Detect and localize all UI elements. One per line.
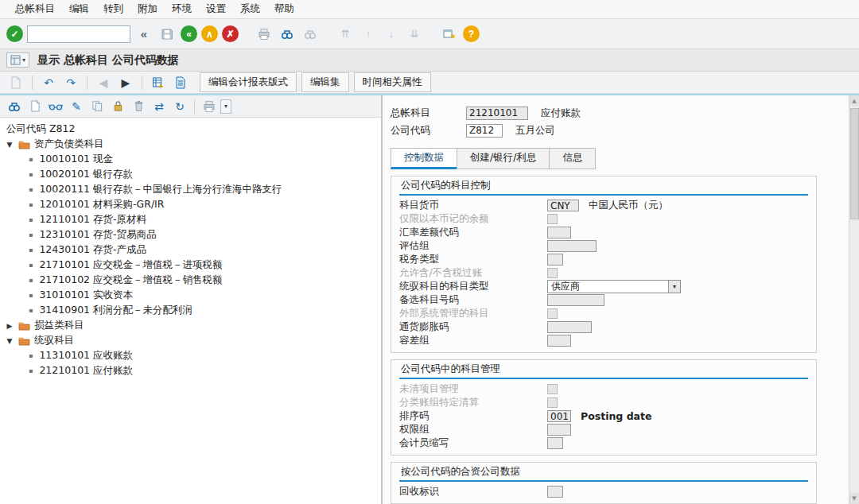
tree-item-label[interactable]: 11310101 应收账款 xyxy=(39,349,133,362)
block-button[interactable] xyxy=(108,98,127,115)
exit-button[interactable]: ∧ xyxy=(201,25,218,42)
tree-item-label[interactable]: 10020101 银行存款 xyxy=(39,168,133,181)
tree-item-label[interactable]: 10020111 银行存款－中国银行上海分行淮海中路支行 xyxy=(39,183,282,196)
menu-item[interactable]: 转到 xyxy=(96,0,130,18)
input-field[interactable] xyxy=(547,486,563,498)
command-collapse-button[interactable]: « xyxy=(134,25,154,44)
edit-set-icon-button[interactable] xyxy=(171,73,190,92)
app-button[interactable]: 时间相关属性 xyxy=(354,72,431,92)
tree-item[interactable]: ▪21710102 应交税金－增值税－销售税额 xyxy=(5,273,379,288)
tree-item-label[interactable]: 21710101 应交税金－增值税－进项税额 xyxy=(39,258,222,272)
tree-group[interactable]: ▶损益类科目 xyxy=(5,318,379,333)
input-field[interactable] xyxy=(547,335,571,347)
chevron-down-icon[interactable]: ▼ xyxy=(5,337,14,345)
menu-item[interactable]: 系统 xyxy=(233,0,267,18)
menu-item[interactable]: 设置 xyxy=(199,0,233,18)
create-button[interactable] xyxy=(25,98,45,115)
tree-item[interactable]: ▪31410901 利润分配－未分配利润 xyxy=(5,303,379,318)
tree-item-label[interactable]: 21210101 应付账款 xyxy=(39,364,133,378)
input-field[interactable] xyxy=(547,437,563,449)
scroll-down-icon[interactable]: ▼ xyxy=(849,493,859,504)
find-icon[interactable] xyxy=(278,25,297,44)
tree-group[interactable]: ▼统驭科目 xyxy=(5,333,379,348)
redo-button[interactable]: ↷ xyxy=(61,73,80,92)
fs-version-button[interactable] xyxy=(149,73,168,92)
tree-group-label[interactable]: 统驭科目 xyxy=(34,334,74,347)
enter-button[interactable]: ✓ xyxy=(6,25,23,42)
dropdown[interactable]: 供应商▾ xyxy=(547,280,681,293)
change-button[interactable]: ✎ xyxy=(67,98,86,115)
tree-item[interactable]: ▪12310101 存货-贸易商品 xyxy=(5,227,379,242)
tree-item-label[interactable]: 12010101 材料采购-GR/IR xyxy=(39,198,164,211)
checkbox[interactable] xyxy=(547,384,558,394)
undo-button[interactable]: ↶ xyxy=(39,73,58,92)
tree-item-label[interactable]: 12110101 存货-原材料 xyxy=(39,213,146,227)
previous-page-button[interactable]: ↑ xyxy=(359,25,378,44)
tree-item-label[interactable]: 21710102 应交税金－增值税－销售税额 xyxy=(39,273,222,287)
chevron-down-icon[interactable]: ▼ xyxy=(5,141,14,149)
next-page-button[interactable]: ↓ xyxy=(382,25,401,44)
tree-item-label[interactable]: 10010101 现金 xyxy=(39,153,113,166)
company-code-field[interactable]: Z812 xyxy=(466,124,503,138)
input-field[interactable] xyxy=(547,240,597,252)
input-field[interactable]: 001 xyxy=(547,410,571,422)
gl-account-field[interactable]: 21210101 xyxy=(466,107,528,120)
menu-item[interactable]: 帮助 xyxy=(267,0,301,18)
input-field[interactable] xyxy=(547,227,571,238)
tab[interactable]: 控制数据 xyxy=(391,148,457,169)
menu-item[interactable]: 总帐科目 xyxy=(8,0,62,18)
tree-item[interactable]: ▪31010101 实收资本 xyxy=(5,288,379,303)
input-field[interactable] xyxy=(547,254,563,266)
tree-item[interactable]: ▪10010101 现金 xyxy=(5,152,379,167)
back-button[interactable]: « xyxy=(181,25,197,42)
input-field[interactable] xyxy=(547,294,604,306)
tree-item[interactable]: ▪21210101 应付账款 xyxy=(5,363,379,378)
search-button[interactable] xyxy=(5,98,24,115)
tree-item[interactable]: ▪11310101 应收账款 xyxy=(5,348,379,363)
print-icon[interactable] xyxy=(255,25,274,44)
cancel-button[interactable]: ✗ xyxy=(222,25,239,42)
checkbox[interactable] xyxy=(547,397,558,408)
input-field[interactable]: CNY xyxy=(547,200,579,211)
checkbox[interactable] xyxy=(547,268,558,278)
tree-item[interactable]: ▪12010101 材料采购-GR/IR xyxy=(5,197,379,212)
checkbox[interactable] xyxy=(547,214,558,224)
last-page-button[interactable]: ⇊ xyxy=(405,25,424,44)
next-account-button[interactable]: ▶ xyxy=(116,73,135,92)
tree-print-button[interactable] xyxy=(200,98,219,115)
tab[interactable]: 创建/银行/利息 xyxy=(457,148,550,169)
tree-item[interactable]: ▪21710101 应交税金－增值税－进项税额 xyxy=(5,258,379,273)
tree-group-label[interactable]: 损益类科目 xyxy=(34,319,84,332)
menu-item[interactable]: 环境 xyxy=(165,0,199,18)
compare-button[interactable]: ⇄ xyxy=(150,98,169,115)
display-button[interactable] xyxy=(46,98,65,115)
delete-button[interactable] xyxy=(129,98,148,115)
tree-item-label[interactable]: 12310101 存货-贸易商品 xyxy=(39,228,156,242)
tree-item-label[interactable]: 31010101 实收资本 xyxy=(39,289,133,302)
first-page-button[interactable]: ⇈ xyxy=(336,25,355,44)
vertical-scrollbar[interactable]: ▲ ▼ xyxy=(849,95,859,504)
print-dropdown-button[interactable]: ▾ xyxy=(220,99,231,114)
screen-menu-button[interactable]: ▾ xyxy=(6,52,29,68)
menu-item[interactable]: 编辑 xyxy=(62,0,96,18)
save-icon[interactable] xyxy=(157,25,177,44)
tree-group[interactable]: ▼资产负债类科目 xyxy=(5,137,379,152)
new-session-button[interactable] xyxy=(440,25,459,44)
tree-root-label[interactable]: 公司代码 Z812 xyxy=(5,122,379,137)
app-button[interactable]: 编辑会计报表版式 xyxy=(200,72,297,92)
chevron-right-icon[interactable]: ▶ xyxy=(5,322,14,330)
previous-account-button[interactable]: ◀ xyxy=(94,73,113,92)
input-field[interactable] xyxy=(547,321,592,333)
scroll-up-icon[interactable]: ▲ xyxy=(849,95,859,107)
refresh-button[interactable]: ↻ xyxy=(170,98,189,115)
tree-group-label[interactable]: 资产负债类科目 xyxy=(34,138,104,151)
copy-button[interactable] xyxy=(87,98,107,115)
help-button[interactable]: ? xyxy=(463,25,480,42)
app-button[interactable]: 编辑集 xyxy=(301,72,349,92)
tab[interactable]: 信息 xyxy=(549,148,596,169)
chevron-down-icon[interactable]: ▾ xyxy=(668,281,680,293)
tree-item[interactable]: ▪12430101 存货-产成品 xyxy=(5,242,379,258)
tree-item-label[interactable]: 31410901 利润分配－未分配利润 xyxy=(39,304,192,317)
input-field[interactable] xyxy=(547,424,571,436)
checkbox[interactable] xyxy=(547,308,558,319)
